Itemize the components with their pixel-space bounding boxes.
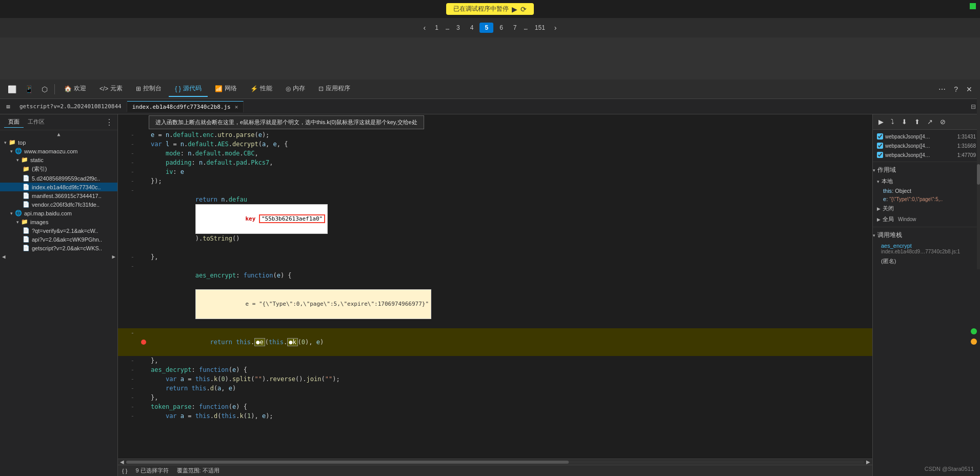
tab-memory[interactable]: ◎ 内存 bbox=[279, 81, 311, 97]
ellipsis-1: … bbox=[445, 24, 450, 31]
tree-item-top[interactable]: ▾ 📁 top bbox=[0, 138, 117, 147]
call-stack-header[interactable]: ▾ 调用堆栈 bbox=[873, 229, 980, 241]
file-tab-2[interactable]: index.eb1a48cd9fc77340c2b8.js ✕ bbox=[127, 101, 244, 112]
page-6-btn[interactable]: 6 bbox=[495, 23, 507, 33]
page-navigation: ‹ 1 … 3 4 5 6 7 … 151 › bbox=[0, 18, 980, 37]
page-4-btn[interactable]: 4 bbox=[466, 23, 478, 33]
tree-item-api1[interactable]: 📄 ?qt=verify&v=2.1&ak=cW.. bbox=[0, 226, 117, 235]
call-stack-section: ▾ 调用堆栈 aes_encrypt index.eb1a48cd9…77340… bbox=[873, 227, 980, 269]
tree-item-api2[interactable]: 📄 api?v=2.0&ak=cWK9PGhn.. bbox=[0, 235, 117, 244]
bp-line-3: 1:47709 bbox=[957, 152, 976, 158]
tree-label-domain: www.maomaozu.com bbox=[24, 148, 78, 154]
tree-scroll-left[interactable]: ◀ bbox=[2, 253, 6, 260]
resume-btn[interactable]: ▶ bbox=[876, 116, 886, 127]
file-tabs-bar: ⊞ getscript?v=2.0…20240108120844 index.e… bbox=[0, 99, 980, 114]
call-stack-title: 调用堆栈 bbox=[877, 231, 902, 240]
scroll-left-btn[interactable]: ◀ bbox=[120, 459, 124, 465]
step-into-btn[interactable]: ⬇ bbox=[899, 116, 910, 127]
local-scope-header[interactable]: ▾ 本地 bbox=[877, 176, 980, 187]
format-btn[interactable]: ⊞ bbox=[2, 101, 14, 113]
memory-tab-label: 内存 bbox=[293, 84, 305, 93]
code-line-close: - }, bbox=[118, 356, 872, 365]
tree-item-api3[interactable]: 📄 getscript?v=2.0&ak=cWKS.. bbox=[0, 244, 117, 252]
arrow-static: ▾ bbox=[16, 157, 19, 163]
application-icon: ⊡ bbox=[318, 85, 324, 92]
more-tools-btn[interactable]: ⋯ bbox=[935, 83, 949, 96]
tree-item-file2[interactable]: 📄 index.eb1a48cd9fc77340c.. bbox=[0, 183, 117, 191]
debug-toolbar: ▶ ⤵ ⬇ ⬆ ↗ ⊘ bbox=[873, 114, 980, 130]
prev-page-btn[interactable]: ‹ bbox=[421, 22, 429, 33]
page-151-btn[interactable]: 151 bbox=[531, 23, 549, 33]
scroll-right-btn[interactable]: ▶ bbox=[866, 459, 870, 465]
bp-item-1[interactable]: webpackJsonp([4… 1:31431 bbox=[873, 132, 980, 141]
tab-console[interactable]: ⊞ 控制台 bbox=[130, 81, 168, 97]
deactivate-btn[interactable]: ⊘ bbox=[937, 116, 948, 127]
code-line-6: - }); bbox=[118, 176, 872, 186]
global-scope-header[interactable]: ▶ 全局 Window bbox=[877, 214, 980, 225]
next-page-btn[interactable]: › bbox=[551, 22, 560, 33]
console-icon: ⊞ bbox=[136, 85, 141, 92]
main-scrollbar[interactable] bbox=[977, 80, 980, 269]
help-btn[interactable]: ? bbox=[950, 83, 962, 96]
scope-header[interactable]: ▾ 作用域 bbox=[873, 164, 980, 176]
tab-application[interactable]: ⊡ 应用程序 bbox=[312, 81, 356, 97]
code-area[interactable]: 进入函数加上断点就会断在这里，e鼠标悬浮就是那个明文，选中this.k(0)鼠标… bbox=[118, 114, 872, 459]
bp-checkbox-2[interactable] bbox=[877, 143, 883, 149]
file-icon-1: 📄 bbox=[23, 175, 30, 182]
tree-item-static[interactable]: ▾ 📁 static bbox=[0, 155, 117, 164]
stack-item-anon[interactable]: (匿名) bbox=[873, 256, 980, 267]
bp-checkbox-1[interactable] bbox=[877, 133, 883, 140]
tree-scroll-right[interactable]: ▶ bbox=[112, 253, 115, 260]
tree-item-file3[interactable]: 📄 manifest.366915c7344417.. bbox=[0, 191, 117, 200]
page-1-btn[interactable]: 1 bbox=[431, 23, 443, 33]
page-3-btn[interactable]: 3 bbox=[452, 23, 464, 33]
tree-item-index[interactable]: 📁 (索引) bbox=[0, 164, 117, 174]
tree-more-btn[interactable]: ⋮ bbox=[105, 117, 113, 127]
tree-label-api3: getscript?v=2.0&ak=cWKS.. bbox=[32, 245, 102, 251]
local-scope-items: this: Object e: "{\"Type\":0,\"page\":5,… bbox=[877, 187, 980, 203]
step-out-btn[interactable]: ⬆ bbox=[912, 116, 923, 127]
page-5-btn[interactable]: 5 bbox=[479, 23, 493, 33]
tab-welcome[interactable]: 🏠 欢迎 bbox=[58, 81, 92, 97]
step-over-btn[interactable]: ⤵ bbox=[888, 116, 897, 127]
arrow-top: ▾ bbox=[4, 140, 7, 145]
file-tree-tabs: 页面 工作区 bbox=[4, 116, 49, 128]
step-btn[interactable]: ↗ bbox=[925, 116, 935, 127]
global-title: 全局 bbox=[883, 215, 894, 223]
tree-item-images[interactable]: ▾ 📁 images bbox=[0, 217, 117, 226]
tab-performance[interactable]: ⚡ 性能 bbox=[244, 81, 278, 97]
tree-item-baidu[interactable]: ▾ 🌐 api.map.baidu.com bbox=[0, 209, 117, 217]
device-toggle-btn[interactable]: 📱 bbox=[21, 83, 37, 96]
bp-item-3[interactable]: webpackJsonp([4… 1:47709 bbox=[873, 150, 980, 160]
bp-checkbox-3[interactable] bbox=[877, 152, 883, 158]
step-over-icon[interactable]: ⟳ bbox=[521, 5, 527, 13]
tab-network[interactable]: 📶 网络 bbox=[209, 81, 243, 97]
tree-label-file4: vendor.c206f3dfc7fc31fde.. bbox=[32, 202, 99, 208]
bp-item-2[interactable]: webpackJsonp([4… 1:31668 bbox=[873, 141, 980, 150]
code-line-2: - var l = n.default.AES.decrypt(a, e, { bbox=[118, 140, 872, 149]
file-tab-1[interactable]: getscript?v=2.0…20240108120844 bbox=[14, 101, 127, 112]
tree-tab-page[interactable]: 页面 bbox=[4, 116, 24, 128]
inspect-element-btn[interactable]: ⬜ bbox=[4, 83, 20, 96]
tree-scroll-up[interactable]: ▲ bbox=[0, 130, 117, 138]
page-7-btn[interactable]: 7 bbox=[509, 23, 521, 33]
tree-tab-workspace[interactable]: 工作区 bbox=[24, 116, 49, 128]
split-view-btn[interactable]: ⊟ bbox=[971, 103, 976, 110]
close-devtools-btn[interactable]: ✕ bbox=[963, 83, 976, 96]
h-scroll-track bbox=[126, 461, 864, 464]
tree-item-file4[interactable]: 📄 vendor.c206f3dfc7fc31fde.. bbox=[0, 200, 117, 209]
arrow-domain: ▾ bbox=[10, 149, 13, 154]
tab-sources[interactable]: { } 源代码 bbox=[169, 81, 207, 97]
tab-elements[interactable]: </> 元素 bbox=[93, 81, 129, 97]
resume-icon[interactable]: ▶ bbox=[512, 5, 517, 13]
stack-item-1[interactable]: aes_encrypt index.eb1a48cd9…77340c2b8.js… bbox=[873, 241, 980, 256]
h-scrollbar[interactable]: ◀ ▶ bbox=[118, 459, 872, 465]
tree-label-api2: api?v=2.0&ak=cWK9PGhn.. bbox=[32, 236, 102, 243]
code-line-4: - padding: n.default.pad.Pkcs7, bbox=[118, 158, 872, 167]
file-tab-2-close[interactable]: ✕ bbox=[235, 104, 238, 110]
tree-item-file1[interactable]: 📄 5.d240856899559cad2f9c.. bbox=[0, 174, 117, 183]
tree-item-domain[interactable]: ▾ 🌐 www.maomaozu.com bbox=[0, 147, 117, 155]
performance-icon: ⚡ bbox=[250, 85, 258, 92]
closed-scope-header[interactable]: ▶ 关闭 bbox=[877, 203, 980, 214]
sidebar-toggle-btn[interactable]: ⬡ bbox=[38, 83, 51, 96]
